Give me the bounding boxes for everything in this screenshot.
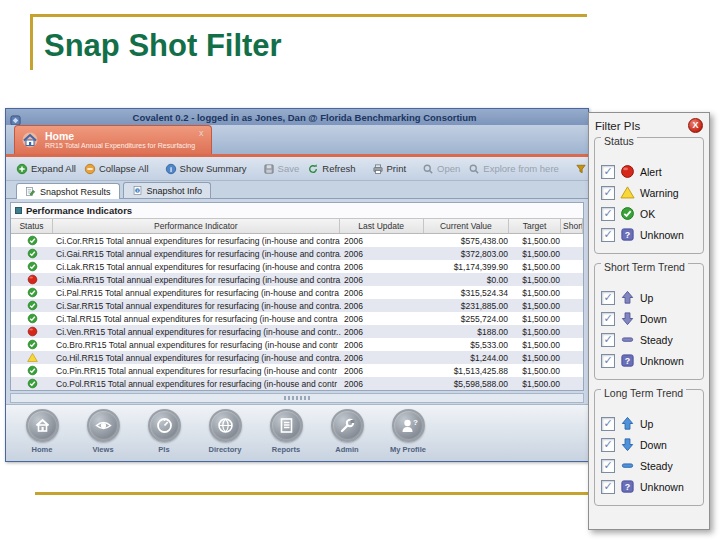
cell-target: $1,500.00 — [511, 275, 563, 285]
cell-target: $1,500.00 — [511, 236, 563, 246]
cell-target: $1,500.00 — [511, 262, 563, 272]
filter-item-long-term-trend-down: ✓Down — [601, 437, 697, 452]
toolbar-button-print[interactable]: Print — [368, 161, 411, 177]
tab-home[interactable]: Home RR15 Total Annual Expenditures for … — [14, 125, 212, 154]
table-row[interactable]: Ci.Gai.RR15 Total annual expenditures fo… — [11, 247, 583, 260]
nav-item-pis[interactable]: PIs — [138, 409, 190, 454]
filter-item-short-term-trend-down: ✓Down — [601, 311, 697, 326]
checkbox-steady[interactable]: ✓ — [601, 333, 615, 347]
toolbar-button-open[interactable]: Open — [418, 161, 464, 177]
ok-status-icon — [11, 287, 53, 298]
column-header-last-update[interactable]: Last Update — [340, 219, 424, 233]
table-row[interactable]: Ci.Tal.RR15 Total annual expenditures fo… — [11, 312, 583, 325]
toolbar: Expand AllCollapse AlliShow SummarySaveR… — [6, 157, 588, 181]
cell-last-update: 2006 — [341, 301, 425, 311]
checkbox-up[interactable]: ✓ — [601, 417, 615, 431]
down-icon — [620, 311, 635, 326]
table-row[interactable]: Co.Hil.RR15 Total annual expenditures fo… — [11, 351, 583, 364]
checkbox-warning[interactable]: ✓ — [601, 186, 615, 200]
admin-icon — [331, 409, 364, 442]
checkbox-steady[interactable]: ✓ — [601, 459, 615, 473]
toolbar-button-label: Explore from here — [483, 163, 559, 174]
column-header-performance-indicator[interactable]: Performance Indicator — [53, 219, 340, 233]
save-icon — [263, 163, 275, 175]
horizontal-scrollbar[interactable] — [10, 393, 584, 403]
nav-item-views[interactable]: Views — [77, 409, 129, 454]
window-title: Covalent 0.2 - logged in as Jones, Dan @… — [25, 112, 584, 123]
toolbar-button-save[interactable]: Save — [259, 161, 304, 177]
table-row[interactable]: Co.Pol.RR15 Total annual expenditures fo… — [11, 377, 583, 390]
checkbox-unknown[interactable]: ✓ — [601, 228, 615, 242]
table-body: Ci.Cor.RR15 Total annual expenditures fo… — [11, 234, 583, 390]
steady-icon — [620, 332, 635, 347]
cell-indicator: Co.Pin.RR15 Total annual expenditures fo… — [53, 366, 341, 376]
checkbox-alert[interactable]: ✓ — [601, 165, 615, 179]
summary-icon: i — [165, 163, 177, 175]
cell-current-value: $188.00 — [425, 327, 511, 337]
table-row[interactable]: Ci.Sar.RR15 Total annual expenditures fo… — [11, 299, 583, 312]
slide-accent-line-top — [30, 14, 587, 17]
nav-label: Reports — [272, 445, 300, 454]
table-row[interactable]: Ci.Pal.RR15 Total annual expenditures fo… — [11, 286, 583, 299]
checkbox-unknown[interactable]: ✓ — [601, 480, 615, 494]
filter-item-label: Down — [640, 439, 667, 451]
svg-text:i: i — [170, 165, 172, 172]
filter-group-title: Short Term Trend — [601, 261, 688, 273]
table-row[interactable]: Ci.Cor.RR15 Total annual expenditures fo… — [11, 234, 583, 247]
explore-icon — [468, 163, 480, 175]
table-row[interactable]: Co.Pin.RR15 Total annual expenditures fo… — [11, 364, 583, 377]
nav-item-home[interactable]: Home — [16, 409, 68, 454]
cell-last-update: 2006 — [341, 236, 425, 246]
column-header-status[interactable]: Status — [11, 219, 53, 233]
checkbox-down[interactable]: ✓ — [601, 312, 615, 326]
filter-group-status: Status✓Alert✓Warning✓OK✓?Unknown — [594, 137, 704, 254]
cell-indicator: Ci.Pal.RR15 Total annual expenditures fo… — [53, 288, 341, 298]
toolbar-button-expand-all[interactable]: Expand All — [12, 161, 80, 177]
column-header-current-value[interactable]: Current Value — [424, 219, 510, 233]
table-row[interactable]: Ci.Lak.RR15 Total annual expenditures fo… — [11, 260, 583, 273]
filter-icon — [575, 163, 587, 175]
ok-status-icon — [11, 248, 53, 259]
checkbox-down[interactable]: ✓ — [601, 438, 615, 452]
ok-status-icon — [11, 261, 53, 272]
filter-item-label: Alert — [640, 166, 662, 178]
nav-item-admin[interactable]: Admin — [321, 409, 373, 454]
table-row[interactable]: Co.Bro.RR15 Total annual expenditures fo… — [11, 338, 583, 351]
checkbox-ok[interactable]: ✓ — [601, 207, 615, 221]
toolbar-button-show-summary[interactable]: iShow Summary — [161, 161, 251, 177]
scrollbar-grip[interactable] — [284, 396, 310, 400]
table-row[interactable]: Ci.Ven.RR15 Total annual expenditures fo… — [11, 325, 583, 338]
info-icon: i — [132, 185, 143, 196]
column-header-short-trend[interactable]: Short Trend — [561, 219, 583, 233]
toolbar-button-explore-from-here[interactable]: Explore from here — [464, 161, 563, 177]
profile-icon: ? — [392, 409, 425, 442]
toolbar-button-collapse-all[interactable]: Collapse All — [80, 161, 153, 177]
subtab-snapshot-results[interactable]: Snapshot Results — [16, 183, 120, 199]
checkbox-up[interactable]: ✓ — [601, 291, 615, 305]
filter-close-icon[interactable]: X — [688, 118, 703, 133]
svg-text:?: ? — [625, 230, 630, 240]
steady-icon — [620, 458, 635, 473]
cell-current-value: $5,533.00 — [425, 340, 511, 350]
subtab-label: Snapshot Info — [147, 186, 203, 196]
toolbar-button-refresh[interactable]: Refresh — [303, 161, 359, 177]
cell-last-update: 2006 — [341, 379, 425, 389]
nav-item-my-profile[interactable]: ?My Profile — [382, 409, 434, 454]
tab-close-icon[interactable]: x — [199, 128, 204, 138]
cell-indicator: Ci.Sar.RR15 Total annual expenditures fo… — [53, 301, 341, 311]
window-titlebar[interactable]: Covalent 0.2 - logged in as Jones, Dan @… — [6, 109, 588, 125]
nav-label: PIs — [158, 445, 169, 454]
nav-label: Admin — [335, 445, 358, 454]
subtab-snapshot-info[interactable]: iSnapshot Info — [123, 182, 212, 198]
snapshot-subtabs: Snapshot ResultsiSnapshot Info — [6, 181, 588, 199]
table-row[interactable]: Ci.Mia.RR15 Total annual expenditures fo… — [11, 273, 583, 286]
filter-item-label: Steady — [640, 334, 673, 346]
checkbox-unknown[interactable]: ✓ — [601, 354, 615, 368]
nav-item-directory[interactable]: Directory — [199, 409, 251, 454]
ok-status-icon — [11, 339, 53, 350]
filter-item-label: Unknown — [640, 229, 684, 241]
nav-item-reports[interactable]: Reports — [260, 409, 312, 454]
column-header-target[interactable]: Target — [509, 219, 561, 233]
section-header: Performance Indicators — [11, 203, 583, 218]
cell-target: $1,500.00 — [511, 366, 563, 376]
